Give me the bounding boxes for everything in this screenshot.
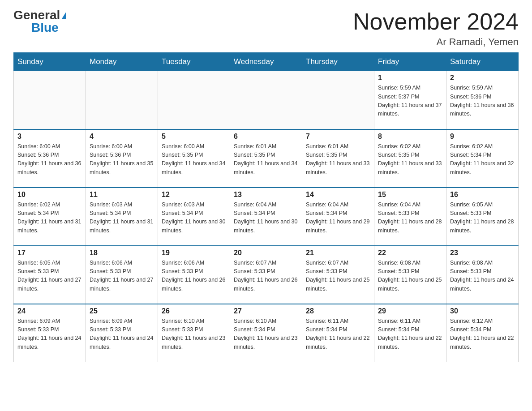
day-info: Sunrise: 6:10 AM Sunset: 5:33 PM Dayligh… [162,317,226,352]
calendar-cell: 29Sunrise: 6:11 AM Sunset: 5:34 PM Dayli… [374,304,446,362]
day-number: 8 [378,133,442,141]
day-number: 3 [17,133,82,141]
day-number: 6 [234,133,298,141]
calendar-cell: 2Sunrise: 5:59 AM Sunset: 5:36 PM Daylig… [446,71,519,129]
day-info: Sunrise: 6:05 AM Sunset: 5:33 PM Dayligh… [450,201,515,235]
day-info: Sunrise: 6:01 AM Sunset: 5:35 PM Dayligh… [306,142,370,177]
day-header-wednesday: Wednesday [230,53,302,71]
day-number: 28 [306,307,370,315]
calendar-cell [302,71,374,129]
calendar-cell [230,71,302,129]
day-info: Sunrise: 6:04 AM Sunset: 5:33 PM Dayligh… [378,201,442,235]
calendar-cell: 23Sunrise: 6:08 AM Sunset: 5:33 PM Dayli… [446,246,519,304]
logo-blue-text: Blue [31,21,59,34]
day-info: Sunrise: 6:08 AM Sunset: 5:33 PM Dayligh… [378,259,442,294]
day-info: Sunrise: 6:03 AM Sunset: 5:34 PM Dayligh… [90,201,154,235]
calendar-cell: 3Sunrise: 6:00 AM Sunset: 5:36 PM Daylig… [14,129,86,188]
logo-general-text: General [13,9,60,21]
day-header-tuesday: Tuesday [158,53,230,71]
day-info: Sunrise: 6:00 AM Sunset: 5:35 PM Dayligh… [162,142,226,177]
calendar-cell: 30Sunrise: 6:12 AM Sunset: 5:34 PM Dayli… [446,304,519,362]
day-number: 9 [450,133,515,141]
day-info: Sunrise: 6:02 AM Sunset: 5:34 PM Dayligh… [17,201,82,235]
day-header-monday: Monday [86,53,158,71]
day-number: 29 [378,307,442,315]
calendar-cell: 6Sunrise: 6:01 AM Sunset: 5:35 PM Daylig… [230,129,302,188]
calendar-cell: 11Sunrise: 6:03 AM Sunset: 5:34 PM Dayli… [86,188,158,246]
calendar-cell: 4Sunrise: 6:00 AM Sunset: 5:36 PM Daylig… [86,129,158,188]
calendar-cell: 26Sunrise: 6:10 AM Sunset: 5:33 PM Dayli… [158,304,230,362]
calendar-cell [86,71,158,129]
calendar-cell: 24Sunrise: 6:09 AM Sunset: 5:33 PM Dayli… [14,304,86,362]
calendar-cell: 15Sunrise: 6:04 AM Sunset: 5:33 PM Dayli… [374,188,446,246]
day-number: 23 [450,249,515,257]
calendar-cell: 7Sunrise: 6:01 AM Sunset: 5:35 PM Daylig… [302,129,374,188]
day-info: Sunrise: 6:02 AM Sunset: 5:35 PM Dayligh… [378,142,442,177]
location-text: Ar Ramadi, Yemen [353,36,519,48]
day-info: Sunrise: 6:04 AM Sunset: 5:34 PM Dayligh… [234,201,298,235]
calendar-week-row: 3Sunrise: 6:00 AM Sunset: 5:36 PM Daylig… [14,129,519,188]
calendar-week-row: 1Sunrise: 5:59 AM Sunset: 5:37 PM Daylig… [14,71,519,129]
day-number: 13 [234,191,298,199]
calendar-cell: 25Sunrise: 6:09 AM Sunset: 5:33 PM Dayli… [86,304,158,362]
calendar-cell: 16Sunrise: 6:05 AM Sunset: 5:33 PM Dayli… [446,188,519,246]
day-number: 5 [162,133,226,141]
logo-triangle-icon [62,12,66,19]
day-number: 2 [450,74,515,82]
calendar-cell: 13Sunrise: 6:04 AM Sunset: 5:34 PM Dayli… [230,188,302,246]
day-info: Sunrise: 6:04 AM Sunset: 5:34 PM Dayligh… [306,201,370,235]
day-number: 12 [162,191,226,199]
day-header-saturday: Saturday [446,53,519,71]
calendar-table: SundayMondayTuesdayWednesdayThursdayFrid… [13,52,519,362]
day-number: 1 [378,74,442,82]
day-number: 4 [90,133,154,141]
day-info: Sunrise: 6:00 AM Sunset: 5:36 PM Dayligh… [90,142,154,177]
calendar-cell [158,71,230,129]
page-header: General Blue November 2024 Ar Ramadi, Ye… [13,9,519,48]
calendar-cell: 22Sunrise: 6:08 AM Sunset: 5:33 PM Dayli… [374,246,446,304]
day-info: Sunrise: 6:07 AM Sunset: 5:33 PM Dayligh… [306,259,370,294]
day-number: 24 [17,307,82,315]
day-number: 16 [450,191,515,199]
day-info: Sunrise: 6:06 AM Sunset: 5:33 PM Dayligh… [162,259,226,294]
day-info: Sunrise: 6:09 AM Sunset: 5:33 PM Dayligh… [90,317,154,352]
day-info: Sunrise: 6:11 AM Sunset: 5:34 PM Dayligh… [378,317,442,352]
day-info: Sunrise: 6:00 AM Sunset: 5:36 PM Dayligh… [17,142,82,177]
logo: General Blue [13,9,66,34]
calendar-cell: 5Sunrise: 6:00 AM Sunset: 5:35 PM Daylig… [158,129,230,188]
day-header-friday: Friday [374,53,446,71]
calendar-cell: 28Sunrise: 6:11 AM Sunset: 5:34 PM Dayli… [302,304,374,362]
day-number: 27 [234,307,298,315]
day-info: Sunrise: 6:07 AM Sunset: 5:33 PM Dayligh… [234,259,298,294]
day-header-sunday: Sunday [14,53,86,71]
day-info: Sunrise: 6:10 AM Sunset: 5:34 PM Dayligh… [234,317,298,352]
calendar-cell: 27Sunrise: 6:10 AM Sunset: 5:34 PM Dayli… [230,304,302,362]
calendar-cell: 19Sunrise: 6:06 AM Sunset: 5:33 PM Dayli… [158,246,230,304]
day-number: 22 [378,249,442,257]
calendar-week-row: 17Sunrise: 6:05 AM Sunset: 5:33 PM Dayli… [14,246,519,304]
day-number: 11 [90,191,154,199]
day-number: 20 [234,249,298,257]
calendar-cell: 12Sunrise: 6:03 AM Sunset: 5:34 PM Dayli… [158,188,230,246]
day-number: 15 [378,191,442,199]
calendar-header-row: SundayMondayTuesdayWednesdayThursdayFrid… [14,53,519,71]
day-info: Sunrise: 6:03 AM Sunset: 5:34 PM Dayligh… [162,201,226,235]
day-number: 21 [306,249,370,257]
day-number: 18 [90,249,154,257]
calendar-week-row: 10Sunrise: 6:02 AM Sunset: 5:34 PM Dayli… [14,188,519,246]
calendar-cell: 1Sunrise: 5:59 AM Sunset: 5:37 PM Daylig… [374,71,446,129]
calendar-cell: 9Sunrise: 6:02 AM Sunset: 5:34 PM Daylig… [446,129,519,188]
day-info: Sunrise: 6:01 AM Sunset: 5:35 PM Dayligh… [234,142,298,177]
day-info: Sunrise: 5:59 AM Sunset: 5:37 PM Dayligh… [378,84,442,119]
day-info: Sunrise: 6:06 AM Sunset: 5:33 PM Dayligh… [90,259,154,294]
month-title: November 2024 [353,9,519,34]
calendar-cell: 8Sunrise: 6:02 AM Sunset: 5:35 PM Daylig… [374,129,446,188]
day-number: 25 [90,307,154,315]
calendar-week-row: 24Sunrise: 6:09 AM Sunset: 5:33 PM Dayli… [14,304,519,362]
calendar-cell: 10Sunrise: 6:02 AM Sunset: 5:34 PM Dayli… [14,188,86,246]
title-section: November 2024 Ar Ramadi, Yemen [353,9,519,48]
day-number: 7 [306,133,370,141]
day-header-thursday: Thursday [302,53,374,71]
calendar-cell: 20Sunrise: 6:07 AM Sunset: 5:33 PM Dayli… [230,246,302,304]
day-info: Sunrise: 6:09 AM Sunset: 5:33 PM Dayligh… [17,317,82,352]
